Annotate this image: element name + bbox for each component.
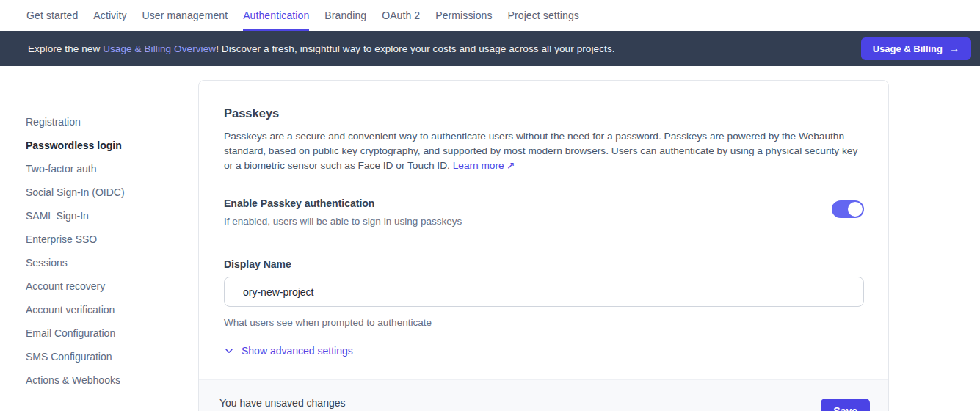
display-name-section: Display Name What users see when prompte… [224,258,864,328]
app-window: Get started Activity User management Aut… [0,0,980,411]
sidebar-item-registration[interactable]: Registration [26,114,187,130]
show-advanced-settings-label: Show advanced settings [242,345,353,357]
sidebar-item-enterprise-sso[interactable]: Enterprise SSO [26,231,187,247]
display-name-label: Display Name [224,258,864,270]
show-advanced-settings[interactable]: Show advanced settings [224,345,353,357]
sidebar-item-saml-sign-in[interactable]: SAML Sign-In [26,208,187,224]
settings-sidebar: Registration Passwordless login Two-fact… [26,114,187,396]
sidebar-item-account-verification[interactable]: Account verification [26,302,187,318]
tab-get-started[interactable]: Get started [26,0,78,31]
enable-passkey-row: Enable Passkey authentication If enabled… [224,197,864,227]
chevron-down-icon [224,346,234,356]
display-name-input[interactable] [224,277,864,307]
arrow-right-icon: → [949,43,959,54]
sidebar-item-email-configuration[interactable]: Email Configuration [26,325,187,341]
banner-text-after: ! Discover a fresh, insightful way to ex… [216,43,614,54]
sidebar-item-actions-webhooks[interactable]: Actions & Webhooks [26,372,187,388]
banner-message: Explore the new Usage & Billing Overview… [28,43,615,54]
banner-text-before: Explore the new [28,43,103,54]
save-button[interactable]: Save [821,399,870,411]
tab-activity[interactable]: Activity [93,0,126,31]
unsaved-changes-text: You have unsaved changes [219,397,346,409]
sidebar-item-sessions[interactable]: Sessions [26,255,187,271]
page-title: Passkeys [224,106,864,120]
enable-passkey-toggle[interactable] [832,200,864,218]
learn-more-label: Learn more [453,160,504,171]
external-link-icon: ↗ [507,160,515,171]
enable-passkey-label: Enable Passkey authentication [224,197,832,209]
usage-billing-overview-link[interactable]: Usage & Billing Overview [103,43,216,54]
tab-project-settings[interactable]: Project settings [508,0,579,31]
learn-more-link[interactable]: Learn more↗ [453,160,515,171]
description-text: Passkeys are a secure and convenient way… [224,131,857,171]
toggle-knob [848,202,863,217]
tab-oauth2[interactable]: OAuth 2 [382,0,420,31]
unsaved-changes-bar: You have unsaved changes Save [199,379,888,411]
tab-user-management[interactable]: User management [142,0,228,31]
passkeys-card: Passkeys Passkeys are a secure and conve… [198,80,889,411]
usage-billing-banner: Explore the new Usage & Billing Overview… [0,31,980,66]
tab-authentication[interactable]: Authentication [243,0,309,31]
tab-branding[interactable]: Branding [324,0,366,31]
sidebar-item-passwordless-login[interactable]: Passwordless login [26,137,187,153]
tab-permissions[interactable]: Permissions [435,0,492,31]
usage-billing-button[interactable]: Usage & Billing → [861,37,971,60]
enable-passkey-help: If enabled, users will be able to sign i… [224,216,832,227]
sidebar-item-sms-configuration[interactable]: SMS Configuration [26,349,187,365]
sidebar-item-account-recovery[interactable]: Account recovery [26,278,187,294]
usage-billing-button-label: Usage & Billing [873,43,943,54]
display-name-help: What users see when prompted to authenti… [224,317,864,328]
top-nav: Get started Activity User management Aut… [0,0,980,31]
passkeys-description: Passkeys are a secure and convenient way… [224,129,864,173]
sidebar-item-two-factor-auth[interactable]: Two-factor auth [26,161,187,177]
sidebar-item-social-sign-in[interactable]: Social Sign-In (OIDC) [26,184,187,200]
